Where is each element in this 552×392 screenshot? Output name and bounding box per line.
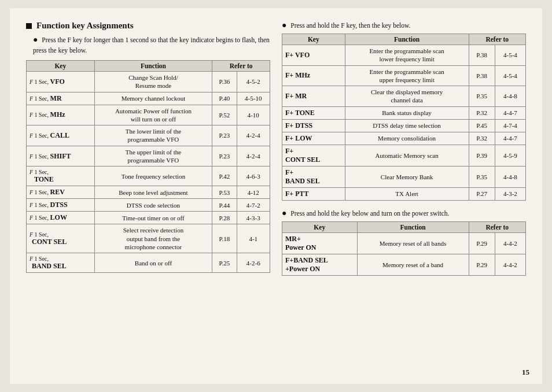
ref-cell: 4-10	[237, 105, 270, 125]
table-row: F 1 Sec, DTSS DTSS code selection P.44 4…	[27, 199, 270, 212]
left-table-header-function: Function	[94, 60, 212, 71]
left-table-header-referto: Refer to	[212, 60, 270, 71]
key-cell: F 1 Sec, CALL	[27, 125, 95, 146]
ref-cell: 4-3-2	[495, 187, 525, 200]
left-column: Function key Assignments ● Press the F k…	[26, 21, 270, 375]
key-cell: MR+Power ON	[282, 232, 358, 254]
table-row: F 1 Sec, MHz Automatic Power off functio…	[27, 105, 270, 125]
ref-cell: 4-1	[237, 224, 270, 253]
key-cell: F 1 Sec, CONT SEL	[27, 224, 95, 253]
function-cell: Clear Memory Bank	[345, 166, 469, 187]
page: Function key Assignments ● Press the F k…	[10, 8, 542, 384]
page-cell: P.52	[212, 105, 237, 125]
table-row: F+ MHz Enter the programmable scanupper …	[282, 65, 526, 86]
function-cell: Enter the programmable scanupper frequen…	[345, 65, 469, 86]
function-cell: Bank status display	[345, 106, 469, 119]
key-cell: F+BAND SEL+Power ON	[282, 254, 358, 275]
table-row: F 1 Sec, TONE Tone frequency selection P…	[27, 167, 270, 186]
ref-cell: 4-5-2	[237, 71, 270, 92]
table-row: F+ LOW Memory consolidation P.32 4-4-7	[282, 132, 526, 145]
key-cell: F+BAND SEL	[282, 166, 345, 187]
function-cell: Change Scan Hold/Resume mode	[94, 71, 212, 92]
key-cell: F+ LOW	[282, 132, 345, 145]
ref-cell: 4-4-7	[495, 132, 525, 145]
function-cell: TX Alert	[345, 187, 469, 200]
table-row: F 1 Sec, REV Beep tone level adjustment …	[27, 186, 270, 199]
section-title-text: Function key Assignments	[36, 21, 134, 31]
function-cell: Enter the programmable scanlower frequen…	[345, 45, 469, 66]
left-table-header-key: Key	[27, 60, 95, 71]
function-cell: Band on or off	[94, 253, 212, 273]
ref-cell: 4-5-9	[495, 145, 525, 166]
table-row: F 1 Sec, LOW Time-out timer on or off P.…	[27, 212, 270, 224]
left-table: Key Function Refer to F 1 Sec, VFO Chang…	[26, 60, 270, 273]
page-cell: P.28	[212, 212, 237, 224]
page-cell: P.44	[212, 199, 237, 212]
key-cell: F 1 Sec, BAND SEL	[27, 253, 95, 273]
table-row: MR+Power ON Memory reset of all bands P.…	[282, 232, 526, 254]
right-table2: Key Function Refer to MR+Power ON Memory…	[282, 221, 526, 276]
key-cell: F+ MR	[282, 86, 345, 107]
function-cell: Beep tone level adjustment	[94, 186, 212, 199]
ref-cell: 4-5-10	[237, 92, 270, 105]
ref-cell: 4-2-4	[237, 146, 270, 167]
ref-cell: 4-2-6	[237, 253, 270, 273]
key-cell: F+ TONE	[282, 106, 345, 119]
page-number: 15	[522, 368, 529, 377]
ref-cell: 4-3-3	[237, 212, 270, 224]
right-table2-header-key: Key	[282, 221, 358, 232]
right-table1-header-referto: Refer to	[469, 34, 525, 45]
key-cell: F 1 Sec, SHIFT	[27, 146, 95, 167]
page-cell: P.35	[469, 166, 495, 187]
ref-cell: 4-5-4	[495, 65, 525, 86]
ref-cell: 4-5-4	[495, 45, 525, 66]
key-cell: F+ PTT	[282, 187, 345, 200]
press-hold-power-title-text: Press and hold the key below and turn on…	[290, 210, 449, 217]
press-hold-power-title: ● Press and hold the key below and turn …	[282, 209, 526, 218]
page-cell: P.25	[212, 253, 237, 273]
function-cell: Memory channel lockout	[94, 92, 212, 105]
key-cell: F 1 Sec, MHz	[27, 105, 95, 125]
right-table2-header-function: Function	[357, 221, 469, 232]
intro-text: ● Press the F key for longer than 1 seco…	[26, 34, 270, 56]
table-row: F 1 Sec, CALL The lower limit of theprog…	[27, 125, 270, 146]
right-table1-header-function: Function	[345, 34, 469, 45]
page-cell: P.32	[469, 132, 495, 145]
ref-cell: 4-6-3	[237, 167, 270, 186]
key-cell: F 1 Sec, MR	[27, 92, 95, 105]
ref-cell: 4-7-4	[495, 119, 525, 132]
key-cell: F+ MHz	[282, 65, 345, 86]
function-cell: The lower limit of theprogrammable VFO	[94, 125, 212, 146]
table-row: F+ MR Clear the displayed memorychannel …	[282, 86, 526, 107]
key-cell: F+CONT SEL	[282, 145, 345, 166]
table-row: F+BAND SEL Clear Memory Bank P.35 4-4-8	[282, 166, 526, 187]
bullet-icon2: ●	[282, 209, 286, 217]
page-cell: P.40	[212, 92, 237, 105]
press-hold-title-text: Press and hold the F key, then the key b…	[290, 22, 410, 29]
table-row: F 1 Sec, BAND SEL Band on or off P.25 4-…	[27, 253, 270, 273]
page-cell: P.35	[469, 86, 495, 107]
table-row: F+BAND SEL+Power ON Memory reset of a ba…	[282, 254, 526, 275]
function-cell: Tone frequency selection	[94, 167, 212, 186]
function-cell: Automatic Memory scan	[345, 145, 469, 166]
page-cell: P.39	[469, 145, 495, 166]
table-row: F 1 Sec, CONT SEL Select receive detecti…	[27, 224, 270, 253]
page-cell: P.27	[469, 187, 495, 200]
table-row: F 1 Sec, SHIFT The upper limit of thepro…	[27, 146, 270, 167]
key-cell: F+ VFO	[282, 45, 345, 66]
page-cell: P.45	[469, 119, 495, 132]
table-row: F 1 Sec, MR Memory channel lockout P.40 …	[27, 92, 270, 105]
function-cell: Automatic Power off functionwill turn on…	[94, 105, 212, 125]
ref-cell: 4-4-8	[495, 166, 525, 187]
function-cell: The upper limit of theprogrammable VFO	[94, 146, 212, 167]
ref-cell: 4-4-7	[495, 106, 525, 119]
right-table1-header-key: Key	[282, 34, 345, 45]
right-table1: Key Function Refer to F+ VFO Enter the p…	[282, 34, 526, 201]
page-cell: P.29	[469, 254, 495, 275]
page-cell: P.38	[469, 65, 495, 86]
ref-cell: 4-2-4	[237, 125, 270, 146]
function-cell: Memory reset of all bands	[357, 232, 469, 254]
black-square-icon	[26, 23, 32, 29]
key-cell: F 1 Sec, TONE	[27, 167, 95, 186]
ref-cell: 4-7-2	[237, 199, 270, 212]
